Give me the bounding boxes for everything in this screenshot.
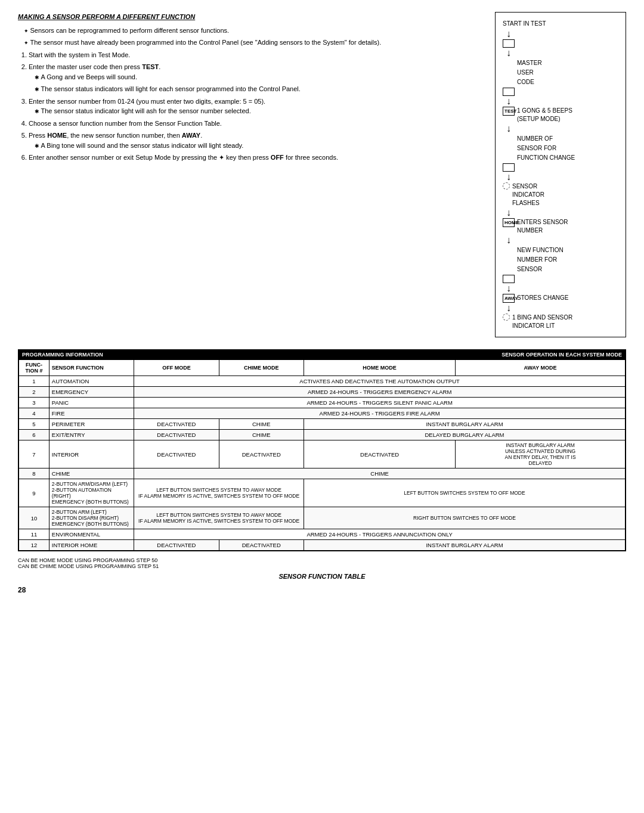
flow-arrow-1: ↓ bbox=[503, 29, 618, 39]
flow-box-2 bbox=[503, 88, 618, 96]
step-3: Enter the sensor number from 01-24 (you … bbox=[29, 97, 483, 116]
away-mode-cell: INSTANT BURGLARY ALARMUNLESS ACTIVATED D… bbox=[456, 440, 626, 468]
home-away-span2: RIGHT BUTTON SWITCHES TO OFF MODE bbox=[304, 507, 625, 529]
col-away-mode: AWAY MODE bbox=[456, 360, 626, 376]
step-5-subs: A Bing tone will sound and the sensor st… bbox=[29, 141, 483, 151]
flow-num-text: NUMBER OFSENSOR FORFUNCTION CHANGE bbox=[517, 134, 575, 163]
sensor-func-name: EXIT/ENTRY bbox=[49, 430, 134, 440]
table-row: 8 CHIME CHIME bbox=[19, 468, 626, 479]
chime-mode-cell: DEACTIVATED bbox=[219, 440, 304, 468]
off-mode-cell: DEACTIVATED bbox=[134, 430, 219, 440]
home-icon: HOME bbox=[503, 218, 515, 227]
col-func: FUNC-TION # bbox=[19, 360, 49, 376]
span-cell: ARMED 24-HOURS - TRIGGERS ANNUNCIATION O… bbox=[134, 529, 626, 540]
step-2: Enter the master user code then press TE… bbox=[29, 62, 483, 94]
sensor-func-name: PANIC bbox=[49, 398, 134, 408]
func-num: 3 bbox=[19, 398, 49, 408]
off-chime-span: LEFT BUTTON SWITCHES SYSTEM TO AWAY MODE… bbox=[134, 507, 304, 529]
flow-arrow-4: ↓ bbox=[503, 124, 618, 134]
table-header: PROGRAMMING INFORMATION SENSOR OPERATION… bbox=[18, 350, 626, 359]
flow-test-text: 1 GONG & 5 BEEPS(SETUP MODE) bbox=[517, 107, 572, 123]
step-6: Enter another sensor number or exit Setu… bbox=[29, 153, 483, 163]
step-2-sub-1: A Gong and ve Beeps will sound. bbox=[35, 72, 483, 82]
func-num: 10 bbox=[19, 507, 49, 529]
sensor-func-name: AUTOMATION bbox=[49, 376, 134, 387]
col-chime-mode: CHIME MODE bbox=[219, 360, 304, 376]
flow-master-code: MASTERUSERCODE bbox=[503, 58, 618, 87]
table-row: 2 EMERGENCY ARMED 24-HOURS - TRIGGERS EM… bbox=[19, 387, 626, 398]
table-row: 6 EXIT/ENTRY DEACTIVATED CHIME DELAYED B… bbox=[19, 430, 626, 440]
bullet-list: Sensors can be reprogrammed to perform d… bbox=[18, 26, 483, 48]
table-row: 5 PERIMETER DEACTIVATED CHIME INSTANT BU… bbox=[19, 419, 626, 430]
note-1: CAN BE HOME MODE USING PROGRAMMING STEP … bbox=[18, 557, 626, 563]
flow-sensor-text: SENSORINDICATORFLASHES bbox=[512, 182, 544, 207]
flow-blank-3 bbox=[503, 163, 515, 172]
sensor-function-table: FUNC-TION # SENSOR FUNCTION OFF MODE CHI… bbox=[18, 359, 626, 551]
home-mode-cell: DEACTIVATED bbox=[304, 440, 455, 468]
bullet-item-2: The sensor must have already been progra… bbox=[24, 38, 483, 48]
table-row: 10 2-BUTTON ARM (LEFT)2-BUTTON DISARM (R… bbox=[19, 507, 626, 529]
steps-list: Start with the system in Test Mode. Ente… bbox=[18, 50, 483, 163]
away-icon: AWAY bbox=[503, 294, 515, 303]
sensor-func-name: EMERGENCY bbox=[49, 387, 134, 398]
flow-arrow-6: ↓ bbox=[503, 208, 618, 218]
off-mode-cell: DEACTIVATED bbox=[134, 419, 219, 430]
span-cell: ACTIVATES AND DEACTIVATES THE AUTOMATION… bbox=[134, 376, 626, 387]
flow-away-row: AWAY STORES CHANGE bbox=[503, 294, 618, 303]
sensor-func-name: 2-BUTTON ARM (LEFT)2-BUTTON DISARM (RIGH… bbox=[49, 507, 134, 529]
home-away-span-cell: INSTANT BURGLARY ALARM bbox=[304, 419, 625, 430]
page-number: 28 bbox=[18, 586, 626, 594]
bullet-item-1: Sensors can be reprogrammed to perform d… bbox=[24, 26, 483, 36]
step-3-sub-1: The sensor status indicator light will a… bbox=[35, 106, 483, 116]
home-away-span-cell: DELAYED BURGLARY ALARM bbox=[304, 430, 625, 440]
func-num: 7 bbox=[19, 440, 49, 468]
table-header-left: PROGRAMMING INFORMATION bbox=[22, 352, 103, 358]
func-num: 12 bbox=[19, 540, 49, 551]
span-cell: ARMED 24-HOURS - TRIGGERS EMERGENCY ALAR… bbox=[134, 387, 626, 398]
flow-start-text: START IN TEST bbox=[503, 19, 546, 29]
span-cell: ARMED 24-HOURS - TRIGGERS FIRE ALARM bbox=[134, 408, 626, 419]
table-header-right: SENSOR OPERATION IN EACH SYSTEM MODE bbox=[501, 352, 622, 358]
note-2: CAN BE CHIME MODE USING PROGRAMMING STEP… bbox=[18, 563, 626, 569]
func-num: 1 bbox=[19, 376, 49, 387]
flow-bing-text: 1 BING AND SENSORINDICATOR LIT bbox=[512, 314, 572, 330]
home-away-span2: LEFT BUTTON SWITCHES SYSTEM TO OFF MODE bbox=[304, 479, 625, 507]
flow-master-text: MASTERUSERCODE bbox=[517, 58, 542, 87]
off-chime-span: LEFT BUTTON SWITCHES SYSTEM TO AWAY MODE… bbox=[134, 479, 304, 507]
table-row: 1 AUTOMATION ACTIVATES AND DEACTIVATES T… bbox=[19, 376, 626, 387]
func-num: 4 bbox=[19, 408, 49, 419]
bing-icon bbox=[503, 314, 510, 321]
chime-mode-cell: DEACTIVATED bbox=[219, 540, 304, 551]
flow-arrow-8: ↓ bbox=[503, 284, 618, 293]
col-sensor-func: SENSOR FUNCTION bbox=[49, 360, 134, 376]
flow-new-func-text: NEW FUNCTIONNUMBER FORSENSOR bbox=[517, 246, 564, 274]
step-2-subs: A Gong and ve Beeps will sound. The sens… bbox=[29, 72, 483, 94]
table-row: 9 2-BUTTON ARM/DISARM (LEFT)2-BUTTON AUT… bbox=[19, 479, 626, 507]
footer-title: SENSOR FUNCTION TABLE bbox=[18, 573, 626, 580]
func-num: 2 bbox=[19, 387, 49, 398]
flow-arrow-5: ↓ bbox=[503, 172, 618, 182]
flow-start: START IN TEST bbox=[503, 19, 618, 29]
sensor-dot-icon bbox=[503, 182, 510, 190]
sensor-func-name: INTERIOR bbox=[49, 440, 134, 468]
step-1: Start with the system in Test Mode. bbox=[29, 50, 483, 60]
sensor-table-section: PROGRAMMING INFORMATION SENSOR OPERATION… bbox=[18, 349, 626, 551]
flow-arrow-3: ↓ bbox=[503, 97, 618, 106]
flow-blank-1 bbox=[503, 39, 515, 48]
col-off-mode: OFF MODE bbox=[134, 360, 219, 376]
off-mode-cell: DEACTIVATED bbox=[134, 540, 219, 551]
step-4: Choose a sensor function number from the… bbox=[29, 119, 483, 129]
flow-blank-4 bbox=[503, 275, 515, 283]
table-row: 3 PANIC ARMED 24-HOURS - TRIGGERS SILENT… bbox=[19, 398, 626, 408]
flow-arrow-2: ↓ bbox=[503, 48, 618, 58]
sensor-func-name: PERIMETER bbox=[49, 419, 134, 430]
func-num: 6 bbox=[19, 430, 49, 440]
func-num: 5 bbox=[19, 419, 49, 430]
chime-mode-cell: CHIME bbox=[219, 419, 304, 430]
func-num: 8 bbox=[19, 468, 49, 479]
flow-box-4 bbox=[503, 275, 618, 283]
notes-section: CAN BE HOME MODE USING PROGRAMMING STEP … bbox=[18, 557, 626, 569]
top-section: MAKING A SENSOR PERFORM A DIFFERENT FUNC… bbox=[18, 12, 626, 337]
sensor-func-name: INTERIOR HOME bbox=[49, 540, 134, 551]
flow-away-text: STORES CHANGE bbox=[517, 294, 569, 302]
